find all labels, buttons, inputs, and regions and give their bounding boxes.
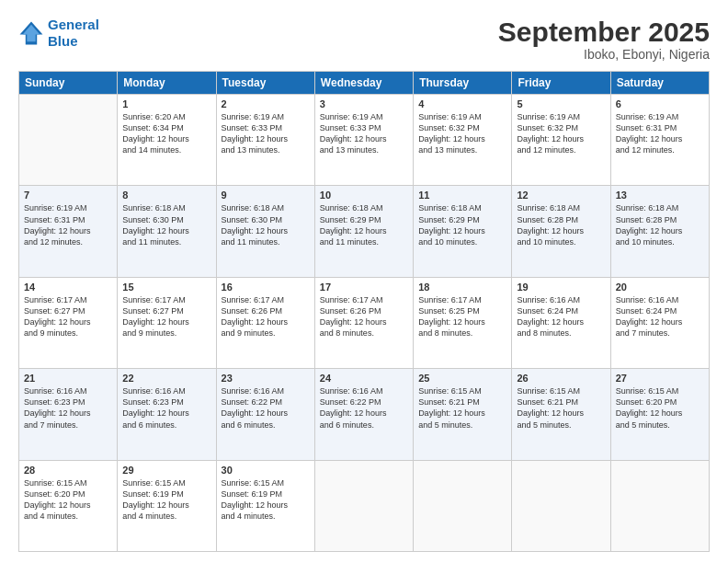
col-sunday: Sunday <box>19 72 118 95</box>
table-row: 28Sunrise: 6:15 AM Sunset: 6:20 PM Dayli… <box>19 460 118 551</box>
day-number: 9 <box>222 190 310 201</box>
table-row: 27Sunrise: 6:15 AM Sunset: 6:20 PM Dayli… <box>610 369 709 460</box>
day-number: 28 <box>24 465 112 476</box>
table-row: 21Sunrise: 6:16 AM Sunset: 6:23 PM Dayli… <box>19 369 118 460</box>
day-info: Sunrise: 6:17 AM Sunset: 6:27 PM Dayligh… <box>122 294 210 339</box>
day-info: Sunrise: 6:16 AM Sunset: 6:24 PM Dayligh… <box>616 294 704 339</box>
day-info: Sunrise: 6:16 AM Sunset: 6:22 PM Dayligh… <box>222 385 310 431</box>
day-info: Sunrise: 6:16 AM Sunset: 6:24 PM Dayligh… <box>517 294 605 339</box>
page-subtitle: Iboko, Ebonyi, Nigeria <box>498 47 710 62</box>
day-info: Sunrise: 6:18 AM Sunset: 6:30 PM Dayligh… <box>122 202 210 247</box>
day-number: 18 <box>418 282 506 293</box>
col-tuesday: Tuesday <box>216 72 314 95</box>
day-number: 16 <box>222 282 310 293</box>
day-number: 17 <box>320 282 408 293</box>
day-info: Sunrise: 6:17 AM Sunset: 6:27 PM Dayligh… <box>24 294 112 339</box>
header: General Blue September 2025 Iboko, Ebony… <box>18 17 710 62</box>
table-row: 10Sunrise: 6:18 AM Sunset: 6:29 PM Dayli… <box>314 186 413 277</box>
day-info: Sunrise: 6:18 AM Sunset: 6:29 PM Dayligh… <box>320 202 408 247</box>
page: General Blue September 2025 Iboko, Ebony… <box>0 0 728 563</box>
logo-line2: Blue <box>48 33 99 50</box>
table-row <box>19 95 118 186</box>
day-number: 14 <box>24 282 112 293</box>
day-number: 3 <box>320 98 408 109</box>
table-row: 15Sunrise: 6:17 AM Sunset: 6:27 PM Dayli… <box>118 277 216 368</box>
day-info: Sunrise: 6:16 AM Sunset: 6:23 PM Dayligh… <box>24 385 112 431</box>
logo-line1: General <box>48 17 99 32</box>
calendar-week-row: 1Sunrise: 6:20 AM Sunset: 6:34 PM Daylig… <box>19 95 710 186</box>
col-saturday: Saturday <box>610 72 709 95</box>
svg-marker-1 <box>23 25 40 42</box>
day-number: 2 <box>222 98 310 109</box>
day-info: Sunrise: 6:19 AM Sunset: 6:31 PM Dayligh… <box>24 202 112 247</box>
table-row: 22Sunrise: 6:16 AM Sunset: 6:23 PM Dayli… <box>118 369 216 460</box>
logo-text: General Blue <box>48 17 99 50</box>
day-info: Sunrise: 6:17 AM Sunset: 6:26 PM Dayligh… <box>222 294 310 339</box>
day-info: Sunrise: 6:19 AM Sunset: 6:33 PM Dayligh… <box>222 111 310 156</box>
day-number: 11 <box>418 190 506 201</box>
day-number: 7 <box>24 190 112 201</box>
day-info: Sunrise: 6:16 AM Sunset: 6:23 PM Dayligh… <box>122 385 210 431</box>
day-number: 1 <box>122 98 210 109</box>
day-info: Sunrise: 6:15 AM Sunset: 6:19 PM Dayligh… <box>122 477 210 523</box>
day-info: Sunrise: 6:18 AM Sunset: 6:30 PM Dayligh… <box>222 202 310 247</box>
table-row: 30Sunrise: 6:15 AM Sunset: 6:19 PM Dayli… <box>216 460 314 551</box>
col-friday: Friday <box>512 72 610 95</box>
col-wednesday: Wednesday <box>314 72 413 95</box>
logo-icon <box>18 20 44 46</box>
table-row: 29Sunrise: 6:15 AM Sunset: 6:19 PM Dayli… <box>118 460 216 551</box>
day-number: 8 <box>122 190 210 201</box>
calendar-week-row: 21Sunrise: 6:16 AM Sunset: 6:23 PM Dayli… <box>19 369 710 460</box>
day-number: 30 <box>222 465 310 476</box>
day-info: Sunrise: 6:18 AM Sunset: 6:28 PM Dayligh… <box>517 202 605 247</box>
day-info: Sunrise: 6:15 AM Sunset: 6:20 PM Dayligh… <box>24 477 112 523</box>
day-number: 10 <box>320 190 408 201</box>
calendar-week-row: 28Sunrise: 6:15 AM Sunset: 6:20 PM Dayli… <box>19 460 710 551</box>
table-row <box>414 460 512 551</box>
day-info: Sunrise: 6:19 AM Sunset: 6:31 PM Dayligh… <box>616 111 704 156</box>
calendar-week-row: 7Sunrise: 6:19 AM Sunset: 6:31 PM Daylig… <box>19 186 710 277</box>
day-number: 6 <box>616 98 704 109</box>
day-number: 13 <box>616 190 704 201</box>
table-row: 3Sunrise: 6:19 AM Sunset: 6:33 PM Daylig… <box>314 95 413 186</box>
table-row: 4Sunrise: 6:19 AM Sunset: 6:32 PM Daylig… <box>414 95 512 186</box>
day-number: 23 <box>222 373 310 384</box>
title-block: September 2025 Iboko, Ebonyi, Nigeria <box>498 17 710 62</box>
table-row: 25Sunrise: 6:15 AM Sunset: 6:21 PM Dayli… <box>414 369 512 460</box>
col-thursday: Thursday <box>414 72 512 95</box>
day-number: 12 <box>517 190 605 201</box>
table-row: 2Sunrise: 6:19 AM Sunset: 6:33 PM Daylig… <box>216 95 314 186</box>
table-row: 26Sunrise: 6:15 AM Sunset: 6:21 PM Dayli… <box>512 369 610 460</box>
day-info: Sunrise: 6:16 AM Sunset: 6:22 PM Dayligh… <box>320 385 408 431</box>
day-number: 24 <box>320 373 408 384</box>
table-row: 1Sunrise: 6:20 AM Sunset: 6:34 PM Daylig… <box>118 95 216 186</box>
day-info: Sunrise: 6:17 AM Sunset: 6:25 PM Dayligh… <box>418 294 506 339</box>
day-info: Sunrise: 6:18 AM Sunset: 6:28 PM Dayligh… <box>616 202 704 247</box>
day-info: Sunrise: 6:15 AM Sunset: 6:20 PM Dayligh… <box>616 385 704 431</box>
logo: General Blue <box>18 17 99 50</box>
table-row: 14Sunrise: 6:17 AM Sunset: 6:27 PM Dayli… <box>19 277 118 368</box>
day-info: Sunrise: 6:15 AM Sunset: 6:21 PM Dayligh… <box>418 385 506 431</box>
table-row: 19Sunrise: 6:16 AM Sunset: 6:24 PM Dayli… <box>512 277 610 368</box>
table-row: 5Sunrise: 6:19 AM Sunset: 6:32 PM Daylig… <box>512 95 610 186</box>
col-monday: Monday <box>118 72 216 95</box>
day-number: 29 <box>122 465 210 476</box>
table-row: 6Sunrise: 6:19 AM Sunset: 6:31 PM Daylig… <box>610 95 709 186</box>
table-row: 17Sunrise: 6:17 AM Sunset: 6:26 PM Dayli… <box>314 277 413 368</box>
calendar-table: Sunday Monday Tuesday Wednesday Thursday… <box>18 71 710 552</box>
table-row: 13Sunrise: 6:18 AM Sunset: 6:28 PM Dayli… <box>610 186 709 277</box>
table-row: 16Sunrise: 6:17 AM Sunset: 6:26 PM Dayli… <box>216 277 314 368</box>
table-row: 8Sunrise: 6:18 AM Sunset: 6:30 PM Daylig… <box>118 186 216 277</box>
day-number: 15 <box>122 282 210 293</box>
table-row: 9Sunrise: 6:18 AM Sunset: 6:30 PM Daylig… <box>216 186 314 277</box>
day-number: 5 <box>517 98 605 109</box>
day-number: 26 <box>517 373 605 384</box>
calendar-header-row: Sunday Monday Tuesday Wednesday Thursday… <box>19 72 710 95</box>
day-number: 19 <box>517 282 605 293</box>
table-row <box>610 460 709 551</box>
day-info: Sunrise: 6:19 AM Sunset: 6:33 PM Dayligh… <box>320 111 408 156</box>
table-row: 7Sunrise: 6:19 AM Sunset: 6:31 PM Daylig… <box>19 186 118 277</box>
table-row: 12Sunrise: 6:18 AM Sunset: 6:28 PM Dayli… <box>512 186 610 277</box>
table-row <box>314 460 413 551</box>
day-number: 27 <box>616 373 704 384</box>
